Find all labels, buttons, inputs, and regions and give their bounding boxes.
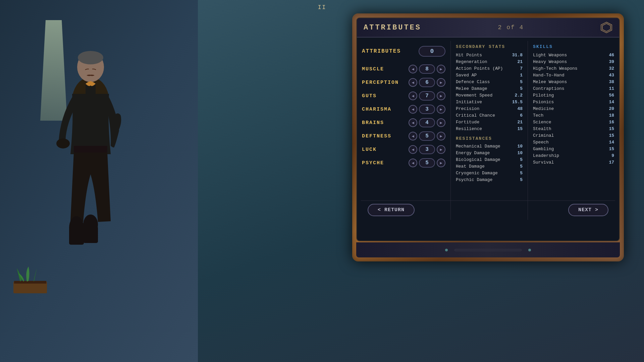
- skill-row: Medicine 20: [533, 106, 614, 111]
- sec-stat-value: 5: [520, 86, 523, 91]
- sec-stat-name: Critical Chance: [456, 113, 495, 118]
- skill-name: Gambling: [533, 146, 554, 152]
- sec-stat-value: 6: [520, 113, 523, 118]
- stat-label: GUTS: [362, 93, 399, 99]
- spinner-decrease-btn[interactable]: ◀: [409, 132, 417, 140]
- panel-inner: ATTRIBUTES 2 of 4 ATTRIBUTES 0: [356, 17, 620, 241]
- sec-stat-name: Resilience: [456, 126, 482, 131]
- return-button[interactable]: < RETURN: [368, 204, 415, 216]
- spinner-increase-btn[interactable]: ▶: [437, 132, 445, 140]
- skill-row: High-Tech Weapons 32: [533, 66, 614, 71]
- spinner-decrease-btn[interactable]: ◀: [409, 118, 417, 127]
- sec-stat-value: 15: [517, 126, 523, 131]
- character-area: [0, 0, 198, 362]
- panel-header: ATTRIBUTES 2 of 4: [357, 18, 619, 38]
- secondary-stat-row: Melee Damage 5: [456, 86, 523, 91]
- spinner-increase-btn[interactable]: ▶: [437, 118, 445, 127]
- resistance-value: 5: [520, 177, 523, 182]
- attributes-points-row: ATTRIBUTES 0: [362, 44, 445, 58]
- sec-stat-value: 31.8: [512, 53, 523, 58]
- spinner-increase-btn[interactable]: ▶: [437, 65, 445, 73]
- panel-content: ATTRIBUTES 0 MUSCLE ◀ 8 ▶ PERCEPTION ◀ 6…: [357, 38, 619, 223]
- secondary-stat-row: Saved AP 1: [456, 73, 523, 78]
- skill-value: 15: [609, 126, 614, 131]
- secondary-stats-column: SECONDARY STATS Hit Points 31.8 Regenera…: [451, 41, 528, 220]
- character-figure: [27, 27, 154, 278]
- skill-name: Psionics: [533, 100, 554, 105]
- spinner-increase-btn[interactable]: ▶: [437, 78, 445, 87]
- skill-row: Stealth 15: [533, 126, 614, 131]
- sec-stat-value: 5: [520, 79, 523, 84]
- sec-stat-name: Action Points (AP): [456, 66, 503, 71]
- secondary-stat-row: Defence Class 5: [456, 79, 523, 84]
- secondary-stats-heading: SECONDARY STATS: [456, 44, 523, 49]
- spinner-increase-btn[interactable]: ▶: [437, 105, 445, 114]
- resistance-value: 10: [517, 144, 523, 149]
- sec-stat-value: 7: [520, 66, 523, 71]
- skill-value: 32: [609, 66, 614, 71]
- stat-label: DEFTNESS: [362, 133, 399, 139]
- resistance-name: Cryogenic Damage: [456, 171, 498, 176]
- sec-stat-name: Fortitude: [456, 120, 479, 125]
- panel-title: ATTRIBUTES: [364, 23, 421, 32]
- spinner-control: ◀ 6 ▶: [409, 78, 445, 87]
- spinner-decrease-btn[interactable]: ◀: [409, 145, 417, 154]
- pause-icon: II: [318, 4, 326, 11]
- secondary-stat-row: Movement Speed 2.2: [456, 93, 523, 98]
- stat-label: PSYCHE: [362, 160, 399, 166]
- svg-rect-11: [14, 281, 46, 284]
- sec-stat-value: 21: [517, 120, 523, 125]
- panel-outer-frame: ATTRIBUTES 2 of 4 ATTRIBUTES 0: [352, 13, 624, 261]
- secondary-stats-list: Hit Points 31.8 Regeneration 21 Action P…: [456, 53, 523, 131]
- spinner-value: 5: [419, 131, 435, 141]
- resistance-name: Psychic Damage: [456, 177, 492, 182]
- spinner-decrease-btn[interactable]: ◀: [409, 65, 417, 73]
- sec-stat-name: Movement Speed: [456, 93, 492, 98]
- spinner-value: 6: [419, 78, 435, 87]
- svg-marker-13: [602, 23, 610, 32]
- spinner-control: ◀ 3 ▶: [409, 145, 445, 154]
- spinner-increase-btn[interactable]: ▶: [437, 145, 445, 154]
- next-button[interactable]: NEXT >: [568, 204, 608, 216]
- svg-rect-4: [74, 146, 107, 153]
- deco-light-1: [445, 249, 448, 251]
- spinner-value: 8: [419, 64, 435, 74]
- sec-stat-name: Hit Points: [456, 53, 482, 58]
- skill-value: 14: [609, 100, 614, 105]
- spinner-decrease-btn[interactable]: ◀: [409, 92, 417, 100]
- spinner-control: ◀ 5 ▶: [409, 158, 445, 168]
- skill-name: Hand-To-Hand: [533, 73, 565, 78]
- stats-container: MUSCLE ◀ 8 ▶ PERCEPTION ◀ 6 ▶ GUTS ◀ 7 ▶…: [362, 64, 445, 168]
- skill-row: Light Weapons 46: [533, 53, 614, 58]
- skill-name: Leadership: [533, 153, 559, 158]
- skill-value: 39: [609, 59, 614, 64]
- pagination-label: 2 of 4: [498, 24, 524, 31]
- spinner-increase-btn[interactable]: ▶: [437, 92, 445, 100]
- sec-stat-value: 2.2: [515, 93, 523, 98]
- spinner-value: 3: [419, 145, 435, 154]
- skill-value: 14: [609, 140, 614, 145]
- spinner-decrease-btn[interactable]: ◀: [409, 78, 417, 87]
- room-detail: [0, 0, 198, 362]
- skill-value: 56: [609, 93, 614, 98]
- badge-icon: [600, 21, 612, 34]
- skill-row: Tech 18: [533, 113, 614, 118]
- panel-wrapper: ATTRIBUTES 2 of 4 ATTRIBUTES 0: [352, 13, 624, 261]
- resistance-row: Psychic Damage 5: [456, 177, 523, 182]
- stat-label: MUSCLE: [362, 66, 399, 72]
- svg-rect-7: [69, 228, 84, 245]
- spinner-decrease-btn[interactable]: ◀: [409, 105, 417, 114]
- skill-name: Light Weapons: [533, 53, 567, 58]
- resistance-value: 5: [520, 164, 523, 169]
- skill-value: 9: [611, 153, 614, 158]
- spinner-increase-btn[interactable]: ▶: [437, 159, 445, 167]
- skill-row: Psionics 14: [533, 100, 614, 105]
- resistance-name: Biological Damage: [456, 157, 500, 162]
- skill-name: Speech: [533, 140, 549, 145]
- plant-decoration: [10, 261, 50, 295]
- skill-name: Survival: [533, 160, 554, 165]
- spinner-value: 3: [419, 105, 435, 114]
- spinner-decrease-btn[interactable]: ◀: [409, 159, 417, 167]
- skill-value: 11: [609, 86, 614, 91]
- skills-column: SKILLS Light Weapons 46 Heavy Weapons 39…: [528, 41, 619, 220]
